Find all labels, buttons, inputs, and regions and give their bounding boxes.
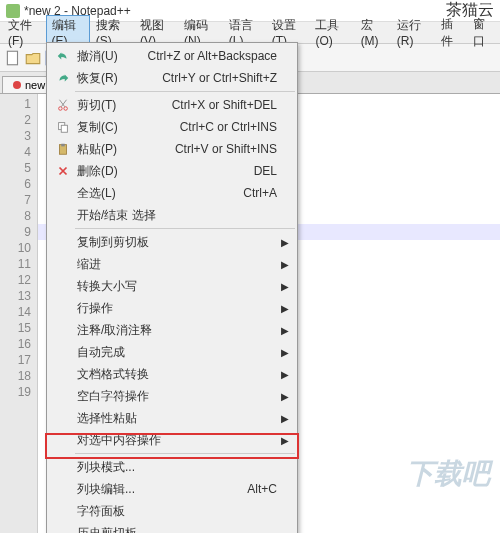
menu-eol-conversion[interactable]: 文档格式转换 ▶	[49, 363, 295, 385]
menu-copy-to-clipboard[interactable]: 复制到剪切板 ▶	[49, 231, 295, 253]
cut-icon	[53, 98, 73, 112]
submenu-arrow-icon: ▶	[281, 347, 289, 358]
menu-select-all[interactable]: 全选(L) Ctrl+A	[49, 182, 295, 204]
submenu-arrow-icon: ▶	[281, 435, 289, 446]
menu-file[interactable]: 文件(F)	[2, 15, 46, 50]
line-number: 10	[0, 240, 31, 256]
svg-rect-16	[61, 144, 65, 147]
submenu-arrow-icon: ▶	[281, 237, 289, 248]
menu-begin-end-select[interactable]: 开始/结束 选择	[49, 204, 295, 226]
menu-clipboard-history[interactable]: 历史剪切板	[49, 522, 295, 533]
submenu-arrow-icon: ▶	[281, 325, 289, 336]
line-number: 11	[0, 256, 31, 272]
menu-on-selection[interactable]: 对选中内容操作 ▶	[49, 429, 295, 451]
menu-macro[interactable]: 宏(M)	[355, 15, 391, 50]
line-number: 9	[0, 224, 31, 240]
line-number: 17	[0, 352, 31, 368]
menu-tools[interactable]: 工具(O)	[309, 15, 354, 50]
line-number: 6	[0, 176, 31, 192]
line-number: 16	[0, 336, 31, 352]
line-number: 5	[0, 160, 31, 176]
menu-redo[interactable]: 恢复(R) Ctrl+Y or Ctrl+Shift+Z	[49, 67, 295, 89]
svg-rect-0	[7, 51, 17, 65]
menu-character-panel[interactable]: 字符面板	[49, 500, 295, 522]
menu-undo[interactable]: 撤消(U) Ctrl+Z or Alt+Backspace	[49, 45, 295, 67]
paste-icon	[53, 142, 73, 156]
line-number: 8	[0, 208, 31, 224]
submenu-arrow-icon: ▶	[281, 303, 289, 314]
line-number-gutter: 12345678910111213141516171819	[0, 94, 38, 533]
svg-point-12	[64, 107, 68, 111]
menu-line-ops[interactable]: 行操作 ▶	[49, 297, 295, 319]
line-number: 19	[0, 384, 31, 400]
menu-copy[interactable]: 复制(C) Ctrl+C or Ctrl+INS	[49, 116, 295, 138]
submenu-arrow-icon: ▶	[281, 281, 289, 292]
svg-rect-14	[61, 125, 67, 132]
open-file-icon[interactable]	[24, 49, 42, 67]
menu-separator	[75, 228, 295, 229]
line-number: 13	[0, 288, 31, 304]
undo-icon	[53, 49, 73, 63]
submenu-arrow-icon: ▶	[281, 369, 289, 380]
menu-paste-special[interactable]: 选择性粘贴 ▶	[49, 407, 295, 429]
menu-delete[interactable]: 删除(D) DEL	[49, 160, 295, 182]
edit-menu-dropdown: 撤消(U) Ctrl+Z or Alt+Backspace 恢复(R) Ctrl…	[46, 42, 298, 533]
menu-cut[interactable]: 剪切(T) Ctrl+X or Shift+DEL	[49, 94, 295, 116]
menu-auto-complete[interactable]: 自动完成 ▶	[49, 341, 295, 363]
modified-dot-icon	[13, 81, 21, 89]
menu-separator	[75, 91, 295, 92]
svg-point-11	[59, 107, 63, 111]
watermark-bottom-right: 下载吧	[406, 455, 490, 493]
line-number: 14	[0, 304, 31, 320]
copy-icon	[53, 120, 73, 134]
menu-indent[interactable]: 缩进 ▶	[49, 253, 295, 275]
menu-blank-ops[interactable]: 空白字符操作 ▶	[49, 385, 295, 407]
line-number: 18	[0, 368, 31, 384]
line-number: 1	[0, 96, 31, 112]
menu-comment[interactable]: 注释/取消注释 ▶	[49, 319, 295, 341]
new-file-icon[interactable]	[4, 49, 22, 67]
line-number: 12	[0, 272, 31, 288]
menu-run[interactable]: 运行(R)	[391, 15, 436, 50]
menu-paste[interactable]: 粘贴(P) Ctrl+V or Shift+INS	[49, 138, 295, 160]
watermark-top-right: 茶猫云	[446, 0, 494, 21]
line-number: 15	[0, 320, 31, 336]
submenu-arrow-icon: ▶	[281, 413, 289, 424]
line-number: 3	[0, 128, 31, 144]
redo-icon	[53, 71, 73, 85]
line-number: 4	[0, 144, 31, 160]
delete-icon	[53, 164, 73, 178]
menu-column-mode[interactable]: 列块模式...	[49, 456, 295, 478]
submenu-arrow-icon: ▶	[281, 259, 289, 270]
line-number: 2	[0, 112, 31, 128]
menu-bar: 文件(F) 编辑(E) 搜索(S) 视图(V) 编码(N) 语言(L) 设置(T…	[0, 22, 500, 44]
menu-column-editor[interactable]: 列块编辑... Alt+C	[49, 478, 295, 500]
menu-separator	[75, 453, 295, 454]
line-number: 7	[0, 192, 31, 208]
submenu-arrow-icon: ▶	[281, 391, 289, 402]
menu-convert-case[interactable]: 转换大小写 ▶	[49, 275, 295, 297]
